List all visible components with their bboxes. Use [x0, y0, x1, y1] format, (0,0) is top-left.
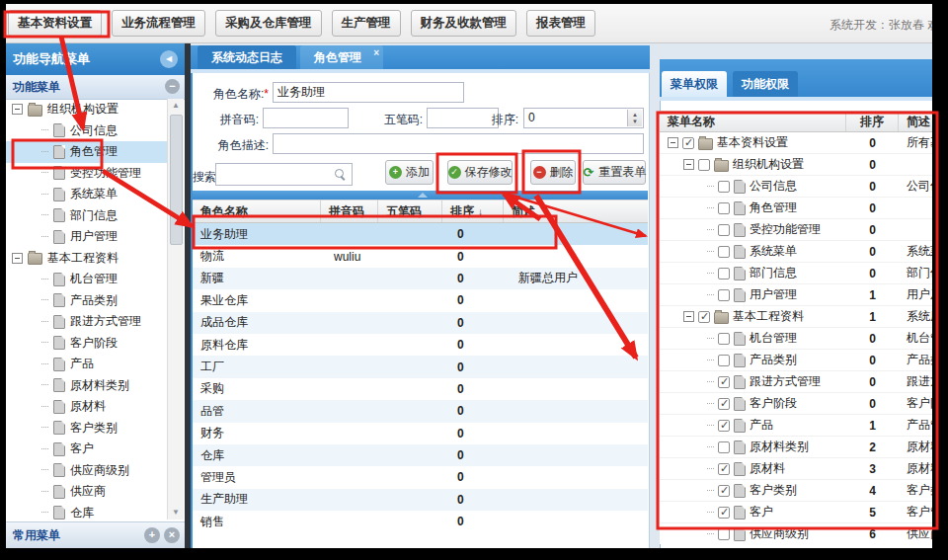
- table-row[interactable]: 品管0: [193, 400, 648, 422]
- collapse-up-icon[interactable]: [418, 193, 428, 198]
- column-header[interactable]: 五笔码: [378, 200, 442, 222]
- table-row[interactable]: 业务助理0: [193, 223, 648, 245]
- checkbox[interactable]: [718, 376, 730, 388]
- column-header[interactable]: 简述: [504, 200, 648, 222]
- sidebar-item[interactable]: 基本工程资料: [6, 248, 167, 270]
- sidebar-item[interactable]: 原材料类别: [6, 375, 167, 397]
- expand-icon[interactable]: [683, 159, 694, 170]
- sidebar-item[interactable]: 公司信息: [6, 120, 167, 142]
- checkbox[interactable]: [718, 289, 730, 301]
- perm-tree-row[interactable]: 产品类别0产品类: [660, 350, 932, 371]
- menu-item-3[interactable]: 生产管理: [332, 10, 401, 37]
- sidebar-item[interactable]: 机台管理: [6, 269, 167, 290]
- expand-icon[interactable]: [683, 311, 694, 322]
- perm-tree-row[interactable]: 用户管理1用户及: [660, 284, 932, 306]
- perm-tree-row[interactable]: 客户类别4客户类: [660, 480, 932, 502]
- sidebar-item[interactable]: 供应商: [6, 481, 167, 503]
- table-row[interactable]: 原料仓库0: [193, 334, 648, 356]
- perm-tree-row[interactable]: 公司信息0公司信: [660, 176, 932, 198]
- sidebar-item[interactable]: 系统菜单: [6, 184, 167, 205]
- sidebar-item[interactable]: 仓库: [6, 503, 167, 520]
- perm-tree-row[interactable]: 角色管理0: [660, 198, 932, 219]
- table-row[interactable]: 管理员0: [193, 466, 648, 488]
- checkbox[interactable]: [718, 485, 730, 497]
- sidebar-item[interactable]: 角色管理: [6, 141, 167, 163]
- perm-tree-row[interactable]: 基本资料设置0所有基: [660, 132, 932, 154]
- sidebar-item[interactable]: 组织机构设置: [6, 99, 167, 120]
- checkbox[interactable]: [718, 420, 730, 432]
- search-icon[interactable]: [335, 169, 344, 178]
- expand-icon[interactable]: [12, 253, 23, 264]
- perm-tree-row[interactable]: 供应商级别6供应商: [660, 523, 932, 544]
- role-desc-field[interactable]: [273, 133, 644, 154]
- scroll-up-icon[interactable]: ▲: [168, 99, 184, 113]
- scrollbar-thumb[interactable]: [170, 115, 183, 245]
- table-row[interactable]: 生产助理0: [193, 489, 648, 511]
- expand-icon[interactable]: [12, 104, 23, 115]
- sidebar-item[interactable]: 原材料: [6, 396, 167, 418]
- perm-tree-row[interactable]: 组织机构设置0: [660, 154, 932, 176]
- perm-tree-row[interactable]: 原材料3原材料: [660, 458, 932, 480]
- sidebar-item[interactable]: 客户: [6, 439, 167, 460]
- column-header[interactable]: 排序: [846, 112, 899, 131]
- checkbox[interactable]: [718, 246, 730, 258]
- checkbox[interactable]: [718, 268, 730, 280]
- collapse-splitter[interactable]: [193, 191, 648, 200]
- table-row[interactable]: 成品仓库0: [193, 312, 648, 334]
- sidebar-item[interactable]: 跟进方式管理: [6, 311, 167, 333]
- sidebar-item[interactable]: 受控功能管理: [6, 163, 167, 185]
- perm-tree-row[interactable]: 受控功能管理0: [660, 219, 932, 241]
- table-row[interactable]: 采购0: [193, 378, 648, 400]
- checkbox[interactable]: [718, 528, 730, 540]
- perm-tree-row[interactable]: 原材料类别2原材料: [660, 437, 932, 458]
- sidebar-item[interactable]: 产品: [6, 354, 167, 375]
- menu-item-2[interactable]: 采购及仓库管理: [215, 10, 322, 37]
- menu-item-5[interactable]: 报表管理: [526, 10, 595, 37]
- sidebar-scrollbar[interactable]: ▲ ▼: [167, 99, 184, 520]
- collapse-sidebar-icon[interactable]: ◀: [160, 50, 178, 68]
- pinyin-field[interactable]: [263, 108, 349, 128]
- checkbox[interactable]: [698, 159, 710, 171]
- checkbox[interactable]: [718, 463, 730, 475]
- column-header[interactable]: 菜单名称: [660, 112, 846, 131]
- sidebar-section-bar[interactable]: 功能菜单 −: [6, 75, 186, 100]
- column-header[interactable]: 简述: [899, 112, 932, 131]
- checkbox[interactable]: [718, 333, 730, 345]
- close-tab-icon[interactable]: ×: [373, 41, 379, 65]
- sidebar-item[interactable]: 供应商级别: [6, 460, 167, 482]
- menu-item-4[interactable]: 财务及收款管理: [411, 10, 517, 37]
- checkbox[interactable]: [718, 441, 730, 453]
- column-header[interactable]: 排序↓: [442, 200, 504, 222]
- reset-button[interactable]: ⟳重置表单: [583, 160, 646, 185]
- perm-tree-row[interactable]: 基本工程资料1系统用: [660, 306, 932, 328]
- scroll-down-icon[interactable]: ▼: [168, 506, 184, 520]
- table-row[interactable]: 仓库0: [193, 444, 648, 466]
- sidebar-item[interactable]: 部门信息: [6, 205, 167, 227]
- sidebar-bottom-bar[interactable]: 常用菜单 + ×: [6, 521, 186, 548]
- expand-icon[interactable]: [668, 137, 678, 148]
- sort-stepper[interactable]: 0 ▲▼: [523, 108, 644, 128]
- spinner-icons[interactable]: ▲▼: [627, 110, 642, 126]
- table-row[interactable]: 新疆0新疆总用户: [193, 268, 648, 289]
- sidebar-item[interactable]: 客户阶段: [6, 333, 167, 355]
- checkbox[interactable]: [718, 355, 730, 366]
- sidebar-item[interactable]: 用户管理: [6, 226, 167, 248]
- table-row[interactable]: 工厂0: [193, 356, 648, 377]
- checkbox[interactable]: [718, 202, 730, 214]
- table-row[interactable]: 物流wuliu0: [193, 245, 648, 267]
- checkbox[interactable]: [698, 311, 710, 323]
- sidebar-item[interactable]: 产品类别: [6, 290, 167, 312]
- collapse-section-icon[interactable]: −: [165, 79, 180, 94]
- checkbox[interactable]: [718, 181, 730, 193]
- perm-tree-row[interactable]: 系统菜单0系统菜: [660, 241, 932, 263]
- remove-common-icon[interactable]: ×: [164, 527, 180, 543]
- perm-tree-row[interactable]: 部门信息0部门信: [660, 263, 932, 284]
- sidebar-item[interactable]: 客户类别: [6, 418, 167, 440]
- menu-item-1[interactable]: 业务流程管理: [112, 10, 205, 37]
- checkbox[interactable]: [718, 507, 730, 519]
- perm-tree-row[interactable]: 机台管理0机台管: [660, 328, 932, 350]
- perm-tree-row[interactable]: 跟进方式管理0跟进方: [660, 371, 932, 393]
- column-header[interactable]: 角色名称: [193, 200, 321, 222]
- checkbox[interactable]: [718, 398, 730, 410]
- checkbox[interactable]: [682, 137, 694, 149]
